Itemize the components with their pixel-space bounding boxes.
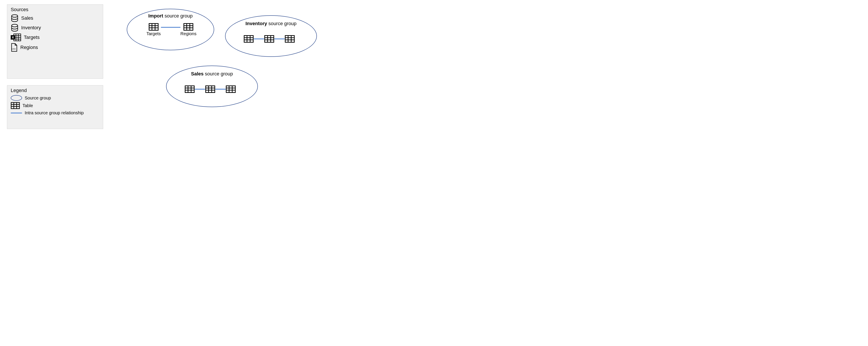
svg-rect-36 <box>285 36 294 42</box>
relationship-line <box>254 38 264 39</box>
legend-table: Table <box>11 102 99 109</box>
title-bold: Sales <box>191 71 204 76</box>
legend-label: Intra source group relationship <box>25 111 84 116</box>
import-group-title: Import source group <box>147 13 194 19</box>
legend-panel: Legend Source group Table Intra source g… <box>7 85 103 129</box>
line-icon <box>11 113 22 114</box>
svg-rect-26 <box>244 36 253 42</box>
import-tables: Targets Regions <box>147 23 196 36</box>
svg-rect-51 <box>226 86 235 93</box>
relationship-line <box>195 89 205 90</box>
legend-source-group: Source group <box>11 95 99 101</box>
database-icon <box>11 14 19 22</box>
database-icon <box>11 24 19 32</box>
table-icon <box>11 102 20 109</box>
svg-text:CSV: CSV <box>12 48 16 50</box>
title-rest: source group <box>163 13 193 19</box>
source-label: Targets <box>24 35 39 40</box>
source-label: Regions <box>20 44 38 50</box>
source-item-targets: X Targets <box>11 33 99 41</box>
excel-icon: X <box>11 33 21 41</box>
table-icon <box>244 35 254 43</box>
title-rest: source group <box>204 71 233 76</box>
svg-point-1 <box>11 24 18 27</box>
svg-rect-31 <box>265 36 274 42</box>
table-regions: Regions <box>181 23 196 36</box>
svg-rect-46 <box>206 86 215 93</box>
svg-rect-16 <box>149 24 158 30</box>
source-label: Inventory <box>21 25 41 31</box>
table-icon <box>149 23 159 31</box>
sources-panel: Sources Sales Inventory <box>7 4 103 79</box>
legend-title: Legend <box>11 88 99 93</box>
title-bold: Inventory <box>245 21 267 26</box>
table-icon <box>285 35 295 43</box>
svg-text:X: X <box>12 36 14 39</box>
source-label: Sales <box>21 15 33 21</box>
title-bold: Import <box>148 13 163 19</box>
svg-rect-41 <box>185 86 194 93</box>
inventory-tables <box>244 35 295 43</box>
sources-title: Sources <box>11 7 99 12</box>
legend-label: Source group <box>25 96 51 100</box>
legend-relationship: Intra source group relationship <box>11 111 99 116</box>
table-label: Targets <box>147 31 161 36</box>
csv-file-icon: CSV <box>11 43 18 52</box>
source-item-regions: CSV Regions <box>11 43 99 52</box>
ellipse-icon <box>11 95 22 101</box>
table-targets: Targets <box>147 23 161 36</box>
table-icon <box>183 23 193 31</box>
source-item-inventory: Inventory <box>11 24 99 32</box>
title-rest: source group <box>267 21 297 26</box>
table-label: Regions <box>181 31 196 36</box>
table-icon <box>185 85 195 93</box>
relationship-line <box>215 89 226 90</box>
legend-label: Table <box>23 103 33 108</box>
diagram-canvas: Sources Sales Inventory <box>4 4 339 138</box>
svg-rect-11 <box>11 102 20 108</box>
svg-rect-21 <box>184 24 193 30</box>
relationship-line <box>274 38 285 39</box>
source-item-sales: Sales <box>11 14 99 22</box>
sales-tables <box>185 85 236 93</box>
inventory-group-title: Inventory source group <box>243 21 299 27</box>
relationship-line <box>161 27 181 28</box>
table-icon <box>226 85 236 93</box>
svg-point-0 <box>11 14 18 17</box>
table-icon <box>205 85 215 93</box>
table-icon <box>264 35 274 43</box>
sales-group-title: Sales source group <box>188 71 236 77</box>
